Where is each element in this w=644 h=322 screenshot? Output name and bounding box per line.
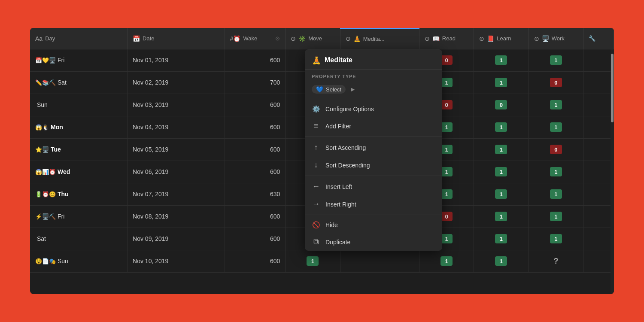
learn-cell: 1 — [474, 228, 529, 250]
select-badge-icon: 💙 — [316, 86, 323, 93]
menu-item-hide[interactable]: 🚫 Hide — [305, 217, 442, 233]
wake-cell: 600 — [225, 250, 286, 272]
menu-item-insert-left[interactable]: ← Insert Left — [305, 178, 442, 195]
select-arrow-icon: ▶ — [351, 86, 355, 92]
col-header-move[interactable]: ⊙ ✳️ Move — [286, 28, 340, 49]
learn-col-icon: ⊙ — [479, 35, 484, 42]
day-name: Sun — [58, 258, 68, 264]
configure-icon: ⚙️ — [312, 105, 320, 113]
extra-cell — [583, 228, 614, 250]
move-cell: 1 — [286, 250, 340, 272]
extra-cell — [583, 94, 614, 116]
learn-badge: 1 — [495, 234, 507, 243]
read-cell: 1 — [419, 250, 474, 272]
wake-cell: 600 — [225, 205, 286, 228]
date-cell: Nov 05, 2019 — [128, 138, 225, 161]
work-cell: 1 — [529, 116, 583, 138]
learn-badge: 1 — [495, 167, 507, 176]
col-header-extra[interactable]: 🔧 — [583, 28, 614, 49]
col-header-meditate[interactable]: ⊙ 🧘 Medita... — [340, 28, 419, 49]
menu-divider-4 — [305, 215, 442, 215]
meditate-col-icon: ⊙ — [346, 35, 351, 42]
read-badge: 1 — [440, 78, 453, 87]
col-header-date[interactable]: 📅 Date — [128, 28, 225, 49]
day-name: Fri — [58, 57, 64, 64]
context-menu-title: 🧘 Meditate — [305, 49, 442, 70]
day-cell: Sun — [30, 94, 128, 116]
hide-label: Hide — [325, 222, 435, 228]
date-cell: Nov 04, 2019 — [128, 116, 225, 138]
learn-cell: 1 — [474, 138, 529, 161]
insert-right-icon: → — [312, 200, 320, 209]
menu-item-add-filter[interactable]: ≡ Add Filter — [305, 117, 442, 135]
work-cell: ? — [529, 250, 583, 272]
extra-cell — [583, 183, 614, 205]
day-name: Thu — [58, 191, 69, 197]
read-badge: 0 — [440, 212, 453, 221]
day-emoji: 😱📊⏰ — [35, 169, 56, 175]
menu-item-select[interactable]: 💙 Select ▶ — [305, 82, 442, 97]
day-name: Sat — [37, 235, 46, 242]
menu-item-duplicate[interactable]: ⧉ Duplicate — [305, 233, 442, 251]
sort-desc-icon: ↓ — [312, 161, 320, 170]
context-menu: 🧘 Meditate PROPERTY TYPE 💙 Select ▶ ⚙️ C… — [305, 49, 442, 251]
col-header-day[interactable]: Aa Day — [30, 28, 128, 49]
work-col-icon: ⊙ — [534, 35, 539, 42]
work-cell: 1 — [529, 205, 583, 228]
date-cell: Nov 08, 2019 — [128, 205, 225, 228]
read-badge: 1 — [440, 122, 453, 132]
wake-cell: 600 — [225, 138, 286, 161]
date-cell: Nov 09, 2019 — [128, 228, 225, 250]
menu-item-sort-desc[interactable]: ↓ Sort Descending — [305, 156, 442, 174]
meditate-col-label: Medita... — [363, 36, 385, 42]
read-badge: 1 — [440, 145, 453, 154]
col-header-wake[interactable]: #⏰ Wake ⊙ — [225, 28, 286, 49]
date-cell: Nov 02, 2019 — [128, 71, 225, 94]
day-cell: 📅💛🖥️Fri — [30, 49, 128, 71]
work-badge: 0 — [550, 78, 562, 87]
col-header-work[interactable]: ⊙ 🖥️ Work — [529, 28, 583, 49]
learn-cell: 1 — [474, 49, 529, 71]
learn-cell: 1 — [474, 161, 529, 183]
col-header-read[interactable]: ⊙ 📖 Read — [419, 28, 474, 49]
menu-item-configure[interactable]: ⚙️ Configure Options — [305, 101, 442, 117]
wake-cell: 600 — [225, 49, 286, 71]
date-cell: Nov 03, 2019 — [128, 94, 225, 116]
context-menu-title-icon: 🧘 — [312, 55, 321, 65]
day-emoji: 🔋⏰😊 — [35, 191, 56, 197]
work-cell: 1 — [529, 183, 583, 205]
scrollbar-track[interactable] — [611, 49, 614, 294]
day-emoji: ⭐🖥️ — [35, 146, 49, 153]
col-header-learn[interactable]: ⊙ 📕 Learn — [474, 28, 529, 49]
work-badge: 1 — [550, 167, 562, 176]
date-col-label: Date — [143, 35, 154, 42]
select-badge-label: Select — [326, 86, 341, 93]
menu-item-insert-right[interactable]: → Insert Right — [305, 195, 442, 213]
work-badge: 1 — [550, 55, 562, 65]
day-col-icon: Aa — [35, 35, 43, 42]
learn-badge: 0 — [495, 100, 507, 109]
table-container: Aa Day 📅 Date #⏰ Wake — [30, 28, 614, 294]
scrollbar-thumb[interactable] — [611, 54, 614, 122]
learn-badge: 1 — [495, 212, 507, 221]
learn-col-label: Learn — [497, 35, 511, 42]
learn-badge: 1 — [495, 78, 507, 87]
wake-cell: 600 — [225, 116, 286, 138]
extra-cell — [583, 250, 614, 272]
read-badge: 1 — [440, 167, 453, 176]
read-badge: 1 — [440, 234, 453, 243]
date-cell: Nov 10, 2019 — [128, 250, 225, 272]
work-badge: 1 — [550, 189, 562, 199]
wake-col-icon: #⏰ — [230, 35, 241, 42]
extra-cell — [583, 71, 614, 94]
duplicate-label: Duplicate — [325, 239, 435, 246]
day-name: Mon — [51, 124, 63, 131]
menu-item-sort-asc[interactable]: ↑ Sort Ascending — [305, 139, 442, 156]
work-cell: 1 — [529, 161, 583, 183]
work-cell: 1 — [529, 49, 583, 71]
learn-cell: 1 — [474, 205, 529, 228]
day-name: Wed — [58, 168, 70, 175]
day-col-label: Day — [45, 35, 55, 42]
work-badge: 1 — [550, 234, 562, 243]
wake-col-label: Wake — [243, 35, 257, 42]
